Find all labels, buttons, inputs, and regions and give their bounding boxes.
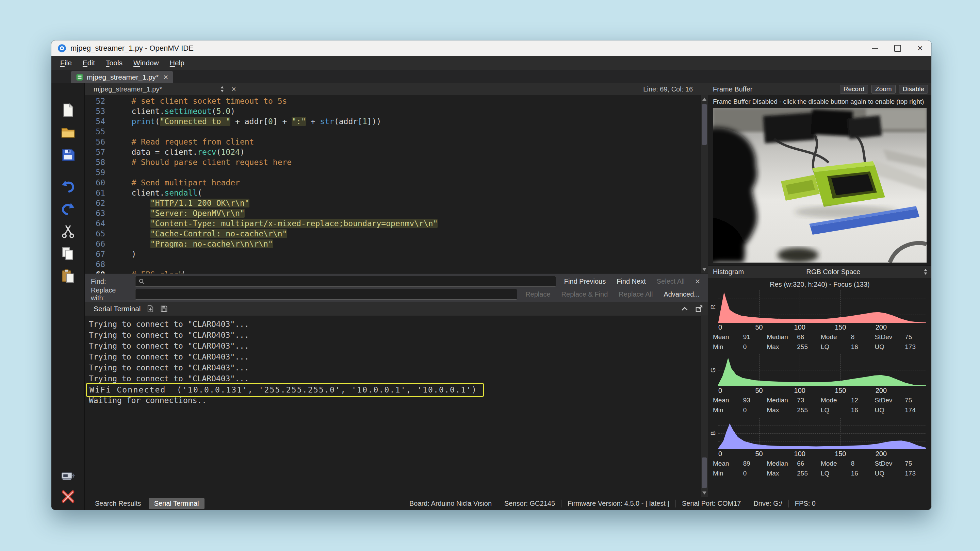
stat-lq: LQ16 — [821, 407, 875, 414]
code-line[interactable]: 61 client.sendall( — [85, 188, 708, 198]
scrollbar-thumb[interactable] — [702, 457, 707, 488]
menubar: File Edit Tools Window Help — [51, 56, 931, 70]
code-line[interactable]: 52 # set client socket timeout to 5s — [85, 96, 708, 106]
camera-preview — [713, 108, 927, 263]
menu-help[interactable]: Help — [164, 57, 190, 68]
collapse-panel-icon[interactable] — [681, 305, 689, 313]
terminal-line: Trying to connect to "CLARO403"... — [89, 362, 708, 373]
menu-window[interactable]: Window — [128, 57, 164, 68]
document-selector[interactable]: mjpeg_streamer_1.py* — [94, 86, 162, 93]
tabbar: mjpeg_streamer_1.py* × — [51, 70, 931, 83]
save-log-icon[interactable] — [160, 305, 168, 313]
find-text-field[interactable] — [148, 277, 553, 286]
popout-panel-icon[interactable] — [695, 305, 703, 313]
replace-and-find-button[interactable]: Replace & Find — [557, 289, 613, 299]
color-space-arrows-icon[interactable] — [923, 268, 928, 275]
tab-close-icon[interactable]: × — [162, 73, 168, 82]
redo-button[interactable] — [60, 201, 76, 217]
stat-median: Median66 — [767, 333, 821, 341]
new-file-button[interactable] — [60, 102, 76, 118]
status-sensor: Sensor: GC2145 — [498, 500, 561, 508]
stat-stdev: StDev75 — [875, 460, 929, 467]
stat-lq: LQ16 — [821, 470, 875, 477]
open-file-button[interactable] — [60, 125, 76, 140]
select-all-button[interactable]: Select All — [652, 276, 689, 286]
tab-mjpeg-streamer[interactable]: mjpeg_streamer_1.py* × — [71, 71, 173, 83]
code-line[interactable]: 65 "Cache-Control: no-cache\r\n" — [85, 229, 708, 239]
find-next-button[interactable]: Find Next — [612, 276, 651, 286]
zoom-button[interactable]: Zoom — [872, 85, 896, 94]
python-file-icon — [76, 73, 83, 81]
status-firmware: Firmware Version: 4.5.0 - [ latest ] — [561, 500, 675, 508]
code-line[interactable]: 54 print("Connected to " + addr[0] + ":"… — [85, 116, 708, 127]
text-caret — [183, 271, 184, 273]
stat-mean: Mean91 — [713, 333, 767, 341]
terminal-scrollbar[interactable] — [701, 316, 708, 497]
undo-button[interactable] — [60, 179, 76, 194]
terminal-line: Trying to connect to "CLARO403"... — [89, 319, 708, 330]
replace-all-button[interactable]: Replace All — [614, 289, 657, 299]
status-serial-port: Serial Port: COM17 — [675, 500, 747, 508]
histogram-plot — [718, 291, 926, 323]
scroll-down-icon[interactable] — [702, 491, 706, 495]
code-line[interactable]: 64 "Content-Type: multipart/x-mixed-repl… — [85, 218, 708, 229]
menu-edit[interactable]: Edit — [77, 57, 100, 68]
record-button[interactable]: Record — [840, 85, 868, 94]
disable-button[interactable]: Disable — [899, 85, 928, 94]
serial-terminal-output[interactable]: Trying to connect to "CLARO403"...Trying… — [85, 316, 708, 497]
stat-min: Min0 — [713, 470, 767, 477]
editor-header: mjpeg_streamer_1.py* × Line: 69, Col: 16 — [85, 83, 708, 95]
connect-button[interactable] — [60, 468, 76, 483]
find-close-icon[interactable]: × — [691, 276, 705, 287]
minimize-button[interactable] — [864, 40, 886, 56]
document-close-icon[interactable]: × — [231, 85, 236, 94]
code-line[interactable]: 60 # Send multipart header — [85, 178, 708, 188]
code-line[interactable]: 56 # Read request from client — [85, 137, 708, 147]
find-previous-button[interactable]: Find Previous — [559, 276, 611, 286]
code-line[interactable]: 55 — [85, 127, 708, 137]
left-toolbar — [51, 83, 85, 510]
scroll-down-icon[interactable] — [702, 268, 706, 271]
code-line[interactable]: 67 ) — [85, 249, 708, 259]
histogram-title: Histogram — [713, 268, 744, 276]
channel-letter: G — [708, 354, 718, 386]
editor-scrollbar[interactable] — [701, 95, 708, 273]
menu-tools[interactable]: Tools — [100, 57, 128, 68]
search-icon — [138, 278, 145, 285]
scroll-up-icon[interactable] — [702, 98, 706, 101]
menu-file[interactable]: File — [55, 57, 77, 68]
code-line[interactable]: 53 client.settimeout(5.0) — [85, 106, 708, 116]
code-line[interactable]: 68 — [85, 259, 708, 269]
tab-search-results[interactable]: Search Results — [89, 498, 147, 509]
code-line[interactable]: 66 "Pragma: no-cache\r\n\r\n" — [85, 239, 708, 249]
replace-input[interactable] — [135, 289, 517, 300]
paste-button[interactable] — [60, 268, 76, 284]
export-log-icon[interactable] — [146, 305, 154, 313]
close-button[interactable]: × — [909, 40, 931, 56]
code-line[interactable]: 57 data = client.recv(1024) — [85, 147, 708, 157]
find-input[interactable] — [135, 276, 556, 287]
stat-max: Max255 — [767, 343, 821, 351]
copy-button[interactable] — [60, 246, 76, 262]
serial-terminal-header: Serial Terminal — [85, 302, 708, 316]
code-line[interactable]: 62 "HTTP/1.1 200 OK\r\n" — [85, 198, 708, 208]
color-space-selector[interactable]: RGB Color Space — [749, 268, 918, 276]
tab-serial-terminal[interactable]: Serial Terminal — [149, 498, 205, 509]
disconnect-button[interactable] — [60, 489, 76, 504]
maximize-button[interactable] — [886, 40, 909, 56]
code-line[interactable]: 58 # Should parse client request here — [85, 157, 708, 167]
advanced-button[interactable]: Advanced... — [659, 289, 705, 299]
status-drive: Drive: G:/ — [747, 500, 788, 508]
code-line[interactable]: 63 "Server: OpenMV\r\n" — [85, 208, 708, 218]
save-button[interactable] — [60, 147, 76, 163]
code-editor[interactable]: 52 # set client socket timeout to 5s53 c… — [85, 95, 708, 273]
cut-button[interactable] — [60, 224, 76, 239]
code-line[interactable]: 69 # FPS clock — [85, 269, 708, 273]
frame-buffer-header: Frame Buffer Record Zoom Disable — [708, 83, 931, 95]
document-selector-arrows-icon[interactable] — [220, 86, 224, 93]
replace-button[interactable]: Replace — [520, 289, 555, 299]
code-line[interactable]: 59 — [85, 167, 708, 178]
replace-text-field[interactable] — [138, 290, 514, 299]
scrollbar-thumb[interactable] — [702, 104, 707, 145]
stat-uq: UQ173 — [875, 343, 929, 351]
